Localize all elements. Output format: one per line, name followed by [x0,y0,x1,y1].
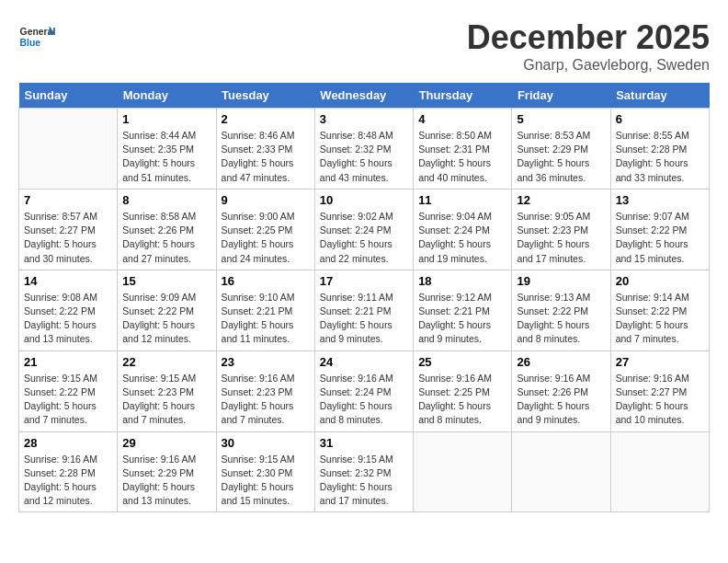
calendar-cell: 28Sunrise: 9:16 AM Sunset: 2:28 PM Dayli… [19,431,118,512]
calendar-cell: 9Sunrise: 9:00 AM Sunset: 2:25 PM Daylig… [216,189,314,270]
day-info: Sunrise: 9:15 AM Sunset: 2:30 PM Dayligh… [222,453,310,509]
day-info: Sunrise: 9:10 AM Sunset: 2:21 PM Dayligh… [222,291,310,347]
header-day-tuesday: Tuesday [216,83,314,109]
day-number: 11 [418,193,506,207]
calendar-cell: 15Sunrise: 9:09 AM Sunset: 2:22 PM Dayli… [118,270,216,350]
calendar-week-1: 1Sunrise: 8:44 AM Sunset: 2:35 PM Daylig… [19,109,710,190]
day-number: 27 [616,355,704,369]
header-day-friday: Friday [512,83,610,109]
day-info: Sunrise: 9:15 AM Sunset: 2:22 PM Dayligh… [24,372,112,428]
day-number: 23 [222,355,310,369]
day-number: 28 [24,436,112,450]
calendar-week-3: 14Sunrise: 9:08 AM Sunset: 2:22 PM Dayli… [19,270,710,350]
day-info: Sunrise: 9:16 AM Sunset: 2:27 PM Dayligh… [616,372,704,428]
calendar-cell: 5Sunrise: 8:53 AM Sunset: 2:29 PM Daylig… [512,109,610,190]
calendar-cell: 27Sunrise: 9:16 AM Sunset: 2:27 PM Dayli… [610,350,709,431]
calendar-cell: 19Sunrise: 9:13 AM Sunset: 2:22 PM Dayli… [512,270,610,350]
day-number: 16 [222,274,310,288]
day-info: Sunrise: 9:16 AM Sunset: 2:25 PM Dayligh… [418,372,506,428]
logo-icon: General Blue [18,18,55,55]
calendar-cell: 12Sunrise: 9:05 AM Sunset: 2:23 PM Dayli… [512,189,610,270]
day-info: Sunrise: 8:58 AM Sunset: 2:26 PM Dayligh… [122,210,210,266]
day-info: Sunrise: 9:08 AM Sunset: 2:22 PM Dayligh… [24,291,112,347]
calendar-week-4: 21Sunrise: 9:15 AM Sunset: 2:22 PM Dayli… [19,350,710,431]
svg-text:Blue: Blue [20,38,41,48]
header-day-thursday: Thursday [414,83,512,109]
day-number: 18 [418,274,506,288]
day-number: 10 [320,193,408,207]
calendar-cell [610,431,709,512]
calendar-cell: 8Sunrise: 8:58 AM Sunset: 2:26 PM Daylig… [118,189,216,270]
day-number: 22 [122,355,210,369]
calendar-header-row: SundayMondayTuesdayWednesdayThursdayFrid… [19,83,710,109]
calendar-cell [414,431,512,512]
month-title: December 2025 [467,18,710,57]
day-info: Sunrise: 8:57 AM Sunset: 2:27 PM Dayligh… [24,210,112,266]
day-info: Sunrise: 9:12 AM Sunset: 2:21 PM Dayligh… [418,291,506,347]
calendar-cell: 14Sunrise: 9:08 AM Sunset: 2:22 PM Dayli… [19,270,118,350]
calendar-table: SundayMondayTuesdayWednesdayThursdayFrid… [18,83,710,512]
day-number: 21 [24,355,112,369]
day-info: Sunrise: 9:16 AM Sunset: 2:28 PM Dayligh… [24,453,112,509]
day-info: Sunrise: 9:14 AM Sunset: 2:22 PM Dayligh… [616,291,704,347]
day-info: Sunrise: 9:00 AM Sunset: 2:25 PM Dayligh… [222,210,310,266]
day-number: 17 [320,274,408,288]
calendar-cell: 18Sunrise: 9:12 AM Sunset: 2:21 PM Dayli… [414,270,512,350]
day-info: Sunrise: 8:46 AM Sunset: 2:33 PM Dayligh… [222,129,310,185]
day-info: Sunrise: 9:07 AM Sunset: 2:22 PM Dayligh… [616,210,704,266]
calendar-week-5: 28Sunrise: 9:16 AM Sunset: 2:28 PM Dayli… [19,431,710,512]
day-number: 31 [320,436,408,450]
day-info: Sunrise: 8:44 AM Sunset: 2:35 PM Dayligh… [122,129,210,185]
day-info: Sunrise: 9:15 AM Sunset: 2:23 PM Dayligh… [122,372,210,428]
day-number: 5 [517,112,605,126]
day-info: Sunrise: 9:16 AM Sunset: 2:23 PM Dayligh… [222,372,310,428]
day-info: Sunrise: 9:02 AM Sunset: 2:24 PM Dayligh… [320,210,408,266]
calendar-cell: 7Sunrise: 8:57 AM Sunset: 2:27 PM Daylig… [19,189,118,270]
calendar-cell: 1Sunrise: 8:44 AM Sunset: 2:35 PM Daylig… [118,109,216,190]
calendar-week-2: 7Sunrise: 8:57 AM Sunset: 2:27 PM Daylig… [19,189,710,270]
calendar-cell: 23Sunrise: 9:16 AM Sunset: 2:23 PM Dayli… [216,350,314,431]
day-info: Sunrise: 9:05 AM Sunset: 2:23 PM Dayligh… [517,210,605,266]
calendar-cell: 31Sunrise: 9:15 AM Sunset: 2:32 PM Dayli… [314,431,413,512]
day-info: Sunrise: 8:48 AM Sunset: 2:32 PM Dayligh… [320,129,408,185]
day-number: 29 [122,436,210,450]
calendar-cell: 2Sunrise: 8:46 AM Sunset: 2:33 PM Daylig… [216,109,314,190]
day-info: Sunrise: 9:13 AM Sunset: 2:22 PM Dayligh… [517,291,605,347]
page-header: General Blue December 2025 Gnarp, Gaevle… [18,18,710,74]
day-info: Sunrise: 9:09 AM Sunset: 2:22 PM Dayligh… [122,291,210,347]
day-number: 3 [320,112,408,126]
header-day-wednesday: Wednesday [314,83,413,109]
header-day-monday: Monday [118,83,216,109]
logo: General Blue [18,18,59,55]
calendar-cell: 24Sunrise: 9:16 AM Sunset: 2:24 PM Dayli… [314,350,413,431]
calendar-cell: 20Sunrise: 9:14 AM Sunset: 2:22 PM Dayli… [610,270,709,350]
day-info: Sunrise: 9:16 AM Sunset: 2:24 PM Dayligh… [320,372,408,428]
calendar-cell: 13Sunrise: 9:07 AM Sunset: 2:22 PM Dayli… [610,189,709,270]
day-number: 8 [122,193,210,207]
day-number: 13 [616,193,704,207]
location: Gnarp, Gaevleborg, Sweden [467,57,710,74]
day-number: 14 [24,274,112,288]
day-number: 9 [222,193,310,207]
day-number: 15 [122,274,210,288]
calendar-cell: 11Sunrise: 9:04 AM Sunset: 2:24 PM Dayli… [414,189,512,270]
day-info: Sunrise: 9:15 AM Sunset: 2:32 PM Dayligh… [320,453,408,509]
calendar-cell: 30Sunrise: 9:15 AM Sunset: 2:30 PM Dayli… [216,431,314,512]
day-number: 19 [517,274,605,288]
calendar-cell: 21Sunrise: 9:15 AM Sunset: 2:22 PM Dayli… [19,350,118,431]
day-info: Sunrise: 8:55 AM Sunset: 2:28 PM Dayligh… [616,129,704,185]
header-day-sunday: Sunday [19,83,118,109]
day-number: 1 [122,112,210,126]
day-number: 7 [24,193,112,207]
calendar-cell: 17Sunrise: 9:11 AM Sunset: 2:21 PM Dayli… [314,270,413,350]
calendar-cell [512,431,610,512]
title-block: December 2025 Gnarp, Gaevleborg, Sweden [467,18,710,74]
calendar-cell: 6Sunrise: 8:55 AM Sunset: 2:28 PM Daylig… [610,109,709,190]
day-number: 6 [616,112,704,126]
day-number: 25 [418,355,506,369]
day-info: Sunrise: 8:50 AM Sunset: 2:31 PM Dayligh… [418,129,506,185]
day-number: 12 [517,193,605,207]
day-number: 4 [418,112,506,126]
day-number: 24 [320,355,408,369]
day-info: Sunrise: 9:11 AM Sunset: 2:21 PM Dayligh… [320,291,408,347]
